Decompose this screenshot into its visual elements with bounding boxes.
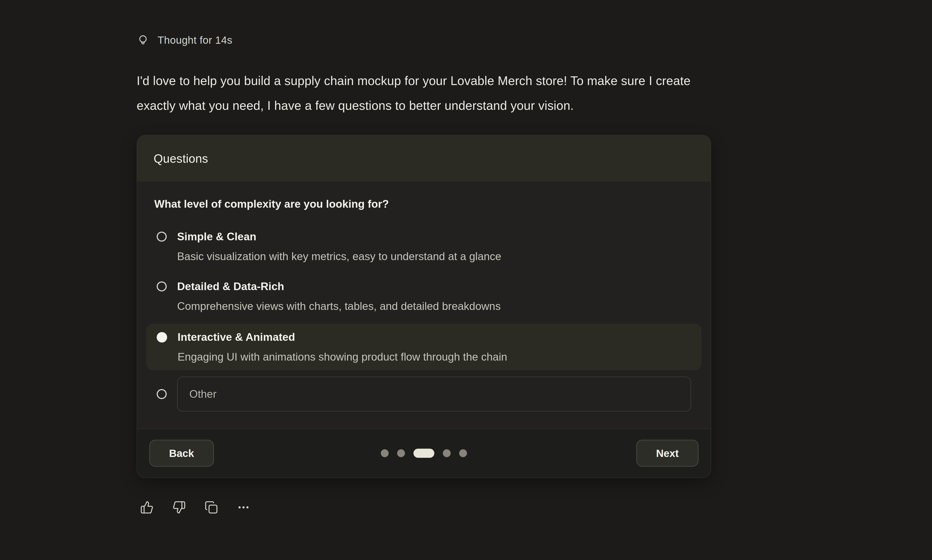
- back-button[interactable]: Back: [149, 440, 214, 467]
- copy-icon: [205, 501, 218, 514]
- option-simple-clean[interactable]: Simple & Clean Basic visualization with …: [146, 224, 702, 269]
- card-title: Questions: [154, 152, 208, 166]
- copy-button[interactable]: [205, 501, 218, 514]
- assistant-message-text: I'd love to help you build a supply chai…: [137, 68, 846, 118]
- chat-page: Thought for 14s I'd love to help you bui…: [0, 0, 932, 560]
- message-line: I'd love to help you build a supply chai…: [137, 68, 846, 93]
- option-title: Detailed & Data-Rich: [177, 280, 501, 293]
- message-actions-toolbar: [140, 501, 877, 514]
- thumbs-down-icon: [173, 501, 186, 514]
- assistant-response: Thought for 14s I'd love to help you bui…: [137, 32, 877, 514]
- thinking-duration-label: Thought for 14s: [157, 32, 233, 48]
- radio-unselected-icon[interactable]: [157, 282, 167, 291]
- radio-unselected-icon[interactable]: [157, 389, 167, 399]
- option-text: Interactive & Animated Engaging UI with …: [177, 330, 507, 364]
- thumbs-down-button[interactable]: [173, 501, 186, 514]
- options-radio-group: Simple & Clean Basic visualization with …: [146, 224, 702, 411]
- option-detailed-data-rich[interactable]: Detailed & Data-Rich Comprehensive views…: [146, 274, 702, 318]
- more-options-button[interactable]: [237, 501, 250, 514]
- questions-card-footer: Back Next: [137, 428, 711, 478]
- question-text: What level of complexity are you looking…: [154, 197, 702, 211]
- option-interactive-animated[interactable]: Interactive & Animated Engaging UI with …: [146, 324, 702, 370]
- message-line: exactly what you need, I have a few ques…: [137, 93, 846, 118]
- pagination-dot: [443, 449, 451, 457]
- questions-card-body: What level of complexity are you looking…: [137, 182, 711, 428]
- pagination-dot-active: [413, 449, 434, 458]
- pagination-dots: [381, 449, 467, 458]
- pagination-dot: [459, 449, 467, 457]
- pagination-dot: [397, 449, 405, 457]
- other-option-input[interactable]: [177, 377, 691, 411]
- option-description: Engaging UI with animations showing prod…: [177, 350, 507, 364]
- radio-unselected-icon[interactable]: [157, 232, 167, 242]
- option-text: Simple & Clean Basic visualization with …: [177, 230, 501, 263]
- option-description: Basic visualization with key metrics, ea…: [177, 250, 501, 263]
- option-title: Simple & Clean: [177, 230, 501, 243]
- option-description: Comprehensive views with charts, tables,…: [177, 300, 501, 313]
- option-text: Detailed & Data-Rich Comprehensive views…: [177, 280, 501, 313]
- questions-card: Questions What level of complexity are y…: [137, 135, 711, 478]
- option-title: Interactive & Animated: [177, 330, 507, 344]
- next-button[interactable]: Next: [636, 440, 698, 467]
- thumbs-up-button[interactable]: [140, 501, 154, 514]
- radio-selected-icon[interactable]: [157, 332, 167, 343]
- questions-card-header: Questions: [137, 135, 711, 182]
- option-other[interactable]: [146, 377, 702, 411]
- ellipsis-icon: [237, 501, 250, 514]
- lightbulb-icon: [137, 34, 149, 46]
- thinking-summary-toggle[interactable]: Thought for 14s: [137, 32, 233, 48]
- thumbs-up-icon: [140, 501, 154, 514]
- pagination-dot: [381, 449, 389, 457]
